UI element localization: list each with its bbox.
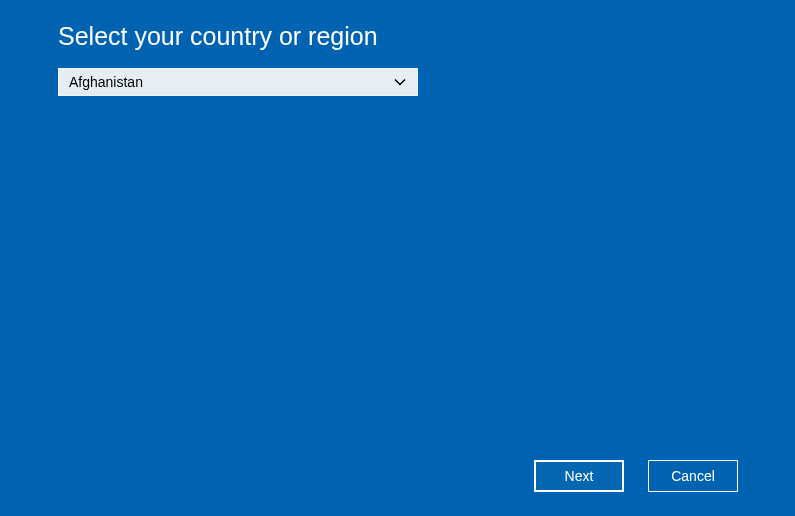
chevron-down-icon (393, 75, 407, 89)
cancel-button[interactable]: Cancel (648, 460, 738, 492)
page-title: Select your country or region (58, 22, 378, 51)
button-row: Next Cancel (534, 460, 738, 492)
country-region-dropdown[interactable]: Afghanistan (58, 68, 418, 96)
dropdown-selected-value: Afghanistan (69, 74, 393, 90)
next-button[interactable]: Next (534, 460, 624, 492)
